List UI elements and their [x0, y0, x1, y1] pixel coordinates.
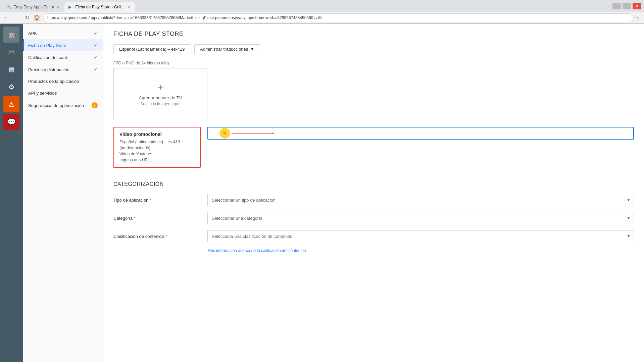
categoria-select[interactable]: Seleccionar una categoría [207, 212, 634, 224]
nav-check-apk: ✓ [94, 31, 98, 36]
categorization-title: CATEGORIZACIÓN [113, 181, 634, 187]
promo-video-title: Video promocional [119, 132, 195, 137]
forward-button[interactable]: → [13, 14, 21, 22]
bookmark-icon[interactable]: ☆ [636, 15, 640, 20]
form-row-tipo: Tipo de aplicación * Seleccionar un tipo… [113, 194, 634, 206]
warning-icon: ⚠ [8, 100, 14, 108]
tv-banner-format-hint: JPG o PNG de 24 bits (no alfa) [113, 61, 634, 65]
maximize-button[interactable]: □ [623, 3, 631, 9]
android-icon: 🤖 [7, 31, 16, 39]
support-icon: 💬 [7, 118, 16, 126]
nav-check-precios: ✓ [94, 67, 98, 72]
sidebar-icon-gear[interactable]: ⚙ [3, 79, 19, 95]
clasificacion-select[interactable]: Selecciona una clasificación de contenid… [207, 230, 634, 242]
nav-label-calificacion: Calificación del cont.: [28, 55, 69, 60]
minimize-button[interactable]: ─ [612, 3, 621, 9]
form-label-categoria: Categoría * [113, 216, 207, 221]
tab2-close-icon[interactable]: ✕ [127, 4, 131, 10]
nav-item-apk[interactable]: APK ✓ [23, 27, 103, 39]
address-bar[interactable] [43, 13, 634, 22]
back-button[interactable]: ← [3, 14, 11, 22]
lang-buttons: Español (Latinoamérica) – es-419 Adminis… [113, 44, 634, 54]
tv-banner-upload-area[interactable]: + Agregar banner de TV Suelta la imagen … [113, 68, 207, 120]
main-content: FICHA DE PLAY STORE Español (Latinoaméri… [103, 24, 644, 362]
browser-nav-bar: ← → ↻ 🏠 ☆ [0, 12, 644, 23]
upload-plus-icon: + [158, 82, 163, 93]
required-star-clasificacion: * [165, 234, 167, 239]
close-button[interactable]: ✕ [633, 3, 641, 9]
home-button[interactable]: 🏠 [33, 14, 41, 22]
controller-icon: 🎮 [7, 48, 16, 56]
sidebar-icons: 🤖 🎮 ▦ ⚙ ⚠ 💬 [0, 24, 23, 362]
browser-tab-1[interactable]: 🔧 Easy Easy Apps Editor ✕ [3, 2, 64, 12]
nav-item-api[interactable]: API y servicios [23, 87, 103, 99]
sidebar-icon-warning[interactable]: ⚠ [3, 96, 19, 112]
browser-title-bar: 🔧 Easy Easy Apps Editor ✕ ▶ Ficha de Pla… [0, 0, 644, 12]
required-star-categoria: * [134, 216, 136, 221]
browser-chrome: 🔧 Easy Easy Apps Editor ✕ ▶ Ficha de Pla… [0, 0, 644, 24]
left-nav: APK ✓ Ficha de Play Store ✓ Calificación… [23, 24, 103, 362]
tab1-close-icon[interactable]: ✕ [56, 4, 60, 10]
tipo-aplicacion-select[interactable]: Seleccionar un tipo de aplicación [207, 194, 634, 206]
form-select-wrapper-categoria: Seleccionar una categoría ▼ [207, 212, 634, 224]
nav-label-productos: Productos de la aplicación [28, 79, 79, 84]
nav-badge-sugerencias: 1 [92, 102, 98, 108]
upload-drop-label: Suelta la imagen aquí. [140, 102, 180, 106]
promo-video-url-input[interactable] [207, 127, 634, 140]
sidebar-icon-controller[interactable]: 🎮 [3, 44, 19, 60]
nav-check-calificacion: ✓ [94, 55, 98, 60]
content-rating-info-link[interactable]: Más información acerca de la calificació… [113, 248, 634, 253]
form-row-clasificacion: Clasificación de contenido * Selecciona … [113, 230, 634, 242]
promo-video-label-box: Video promocional Español (Latinoamérica… [113, 127, 201, 168]
gear-icon: ⚙ [8, 83, 14, 91]
language-label: Español (Latinoamérica) – es-419 [119, 47, 185, 52]
manage-translations-label: Administrar traducciones [200, 47, 248, 52]
browser-tabs: 🔧 Easy Easy Apps Editor ✕ ▶ Ficha de Pla… [3, 0, 135, 12]
page-title: FICHA DE PLAY STORE [113, 31, 634, 38]
manage-translations-button[interactable]: Administrar traducciones ▼ [194, 44, 260, 54]
nav-item-productos[interactable]: Productos de la aplicación [23, 75, 103, 87]
nav-label-apk: APK [28, 31, 37, 36]
required-star-tipo: * [150, 198, 151, 203]
tab1-favicon: 🔧 [7, 5, 11, 9]
nav-label-api: API y servicios [28, 91, 57, 96]
promo-video-container: Video promocional Español (Latinoamérica… [113, 127, 634, 168]
language-selector-button[interactable]: Español (Latinoamérica) – es-419 [113, 44, 190, 54]
nav-label-ficha: Ficha de Play Store [28, 43, 66, 48]
tab2-favicon: ▶ [68, 5, 73, 9]
form-select-wrapper-tipo: Seleccionar un tipo de aplicación ▼ [207, 194, 634, 206]
nav-label-sugerencias: Sugerencias de optimización [28, 103, 84, 108]
nav-label-precios: Precios y distribución [28, 67, 69, 72]
form-select-wrapper-clasificacion: Selecciona una clasificación de contenid… [207, 230, 634, 242]
promo-video-lang: Español (Latinoamérica) – es-419 [119, 140, 180, 144]
window-controls: ─ □ ✕ [612, 3, 641, 9]
reload-button[interactable]: ↻ [23, 14, 31, 22]
url-input-wrapper: ✎ [207, 127, 634, 140]
promo-video-info: Español (Latinoamérica) – es-419 (predet… [119, 139, 195, 163]
promo-video-url-hint: Ingresa una URL. [119, 158, 151, 162]
dropdown-icon: ▼ [250, 47, 254, 52]
browser-tab-2[interactable]: ▶ Ficha de Play Store - Grill... ✕ [64, 2, 135, 12]
promo-video-default: (predeterminado) [119, 146, 150, 150]
nav-item-sugerencias[interactable]: Sugerencias de optimización 1 [23, 99, 103, 112]
app-container: 🤖 🎮 ▦ ⚙ ⚠ 💬 APK ✓ Ficha de Play Store ✓ … [0, 24, 644, 362]
tab1-label: Easy Easy Apps Editor [13, 5, 54, 9]
tab2-label: Ficha de Play Store - Grill... [75, 5, 125, 9]
sidebar-icon-android[interactable]: 🤖 [3, 27, 19, 43]
nav-check-ficha: ✓ [94, 43, 98, 48]
upload-add-label: Agregar banner de TV [139, 95, 182, 100]
promo-video-yt-label: Video de Youtube: [119, 152, 152, 156]
nav-item-ficha[interactable]: Ficha de Play Store ✓ [23, 39, 103, 51]
form-row-categoria: Categoría * Seleccionar una categoría ▼ [113, 212, 634, 224]
nav-item-precios[interactable]: Precios y distribución ✓ [23, 63, 103, 75]
sidebar-icon-support[interactable]: 💬 [3, 114, 19, 130]
sidebar-icon-database[interactable]: ▦ [3, 61, 19, 77]
nav-item-calificacion[interactable]: Calificación del cont.: ✓ [23, 51, 103, 63]
form-label-tipo: Tipo de aplicación * [113, 198, 207, 203]
database-icon: ▦ [9, 66, 14, 73]
form-label-clasificacion: Clasificación de contenido * [113, 234, 207, 239]
